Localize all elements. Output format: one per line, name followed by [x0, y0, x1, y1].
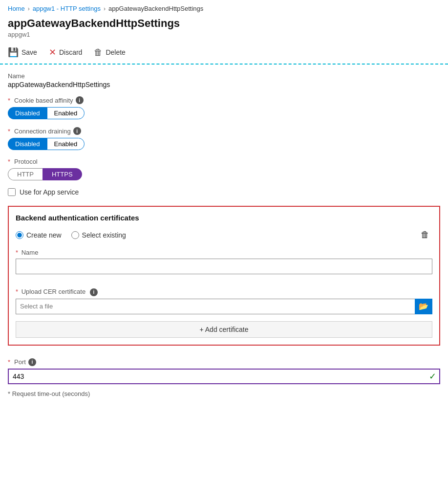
create-new-radio[interactable]	[16, 231, 23, 239]
cert-section-title: Backend authentication certificates	[16, 214, 432, 222]
protocol-required-star: *	[8, 158, 10, 165]
create-new-option[interactable]: Create new	[16, 231, 62, 239]
connection-enabled-btn[interactable]: Enabled	[47, 138, 85, 150]
port-input-row: ✓	[8, 369, 440, 384]
connection-disabled-btn[interactable]: Disabled	[8, 138, 47, 150]
file-browse-icon: 📂	[419, 302, 428, 311]
breadcrumb: Home › appgw1 - HTTP settings › appGatew…	[0, 0, 448, 15]
port-section: * Port i ✓	[0, 353, 448, 384]
breadcrumb-sep2: ›	[104, 5, 106, 12]
save-label: Save	[21, 48, 37, 56]
connection-draining-group: * Connection draining i Disabled Enabled	[8, 127, 440, 150]
port-valid-icon: ✓	[429, 371, 436, 382]
app-service-label: Use for App service	[20, 188, 79, 196]
create-new-label: Create new	[26, 231, 62, 239]
cert-name-label: * Name	[16, 249, 432, 256]
cert-delete-button[interactable]: 🗑	[418, 229, 432, 241]
delete-icon: 🗑	[94, 47, 103, 58]
protocol-toggle: HTTP HTTPS	[8, 168, 440, 180]
port-input[interactable]	[8, 369, 440, 384]
connection-draining-label: Connection draining	[14, 128, 71, 135]
upload-cert-group: * Upload CER certificate i 📂	[16, 288, 432, 314]
save-icon: 💾	[8, 47, 19, 58]
save-button[interactable]: 💾 Save	[8, 46, 37, 59]
cookie-required-star: *	[8, 97, 10, 104]
upload-cert-label: Upload CER certificate	[21, 288, 86, 295]
http-btn[interactable]: HTTP	[8, 168, 43, 180]
port-label-row: * Port i	[8, 358, 440, 366]
breadcrumb-sep1: ›	[28, 5, 30, 12]
cookie-affinity-label-row: * Cookie based affinity i	[8, 96, 440, 104]
port-info-icon[interactable]: i	[28, 358, 36, 366]
connection-draining-toggle: Disabled Enabled	[8, 138, 440, 150]
discard-label: Discard	[59, 48, 82, 56]
cookie-affinity-info-icon[interactable]: i	[76, 96, 84, 104]
breadcrumb-http-settings[interactable]: appgw1 - HTTP settings	[33, 5, 101, 12]
cert-section: Backend authentication certificates Crea…	[8, 206, 440, 346]
name-field-group: Name appGatewayBackendHttpSettings	[8, 72, 440, 88]
protocol-group: * Protocol HTTP HTTPS	[8, 158, 440, 180]
app-service-checkbox[interactable]	[8, 188, 16, 196]
page-subtitle: appgw1	[8, 31, 440, 38]
file-input-row: 📂	[16, 299, 432, 314]
app-service-row: Use for App service	[8, 188, 440, 196]
port-required-star: *	[8, 358, 10, 366]
toolbar: 💾 Save ✕ Discard 🗑 Delete	[0, 42, 448, 65]
bottom-hint-text: * Request time-out (seconds)	[8, 390, 90, 397]
cert-name-required-star: *	[16, 249, 18, 256]
page-title: appGatewayBackendHttpSettings	[8, 17, 440, 30]
cookie-affinity-toggle: Disabled Enabled	[8, 107, 440, 119]
name-label: Name	[8, 72, 440, 80]
file-browse-button[interactable]: 📂	[415, 299, 432, 314]
discard-icon: ✕	[49, 47, 56, 58]
connection-draining-info-icon[interactable]: i	[73, 127, 81, 135]
form-section: Name appGatewayBackendHttpSettings * Coo…	[0, 65, 448, 196]
breadcrumb-home[interactable]: Home	[8, 5, 25, 12]
select-existing-option[interactable]: Select existing	[71, 231, 126, 239]
page-header: appGatewayBackendHttpSettings appgw1	[0, 15, 448, 42]
discard-button[interactable]: ✕ Discard	[49, 46, 82, 59]
upload-cert-info-icon[interactable]: i	[90, 288, 98, 296]
protocol-label: Protocol	[14, 158, 38, 165]
bottom-hint: * Request time-out (seconds)	[0, 384, 448, 397]
file-input[interactable]	[16, 299, 415, 314]
delete-button[interactable]: 🗑 Delete	[94, 46, 125, 59]
breadcrumb-current: appGatewayBackendHttpSettings	[108, 5, 203, 12]
name-value: appGatewayBackendHttpSettings	[8, 81, 440, 88]
cookie-enabled-btn[interactable]: Enabled	[47, 107, 85, 119]
add-certificate-button[interactable]: + Add certificate	[16, 321, 432, 338]
select-existing-label: Select existing	[82, 231, 126, 239]
connection-required-star: *	[8, 128, 10, 135]
connection-draining-label-row: * Connection draining i	[8, 127, 440, 135]
cookie-disabled-btn[interactable]: Disabled	[8, 107, 47, 119]
cookie-affinity-group: * Cookie based affinity i Disabled Enabl…	[8, 96, 440, 119]
upload-cert-label-row: * Upload CER certificate i	[16, 288, 432, 296]
delete-label: Delete	[106, 48, 125, 56]
port-label: Port	[14, 358, 26, 366]
cert-radio-row: Create new Select existing 🗑	[16, 229, 432, 241]
https-btn[interactable]: HTTPS	[43, 168, 82, 180]
upload-required-star: *	[16, 288, 18, 295]
cookie-affinity-label: Cookie based affinity	[14, 97, 73, 104]
cert-name-input[interactable]	[16, 259, 432, 274]
select-existing-radio[interactable]	[71, 231, 79, 239]
cert-name-group: * Name	[16, 249, 432, 281]
protocol-label-row: * Protocol	[8, 158, 440, 165]
